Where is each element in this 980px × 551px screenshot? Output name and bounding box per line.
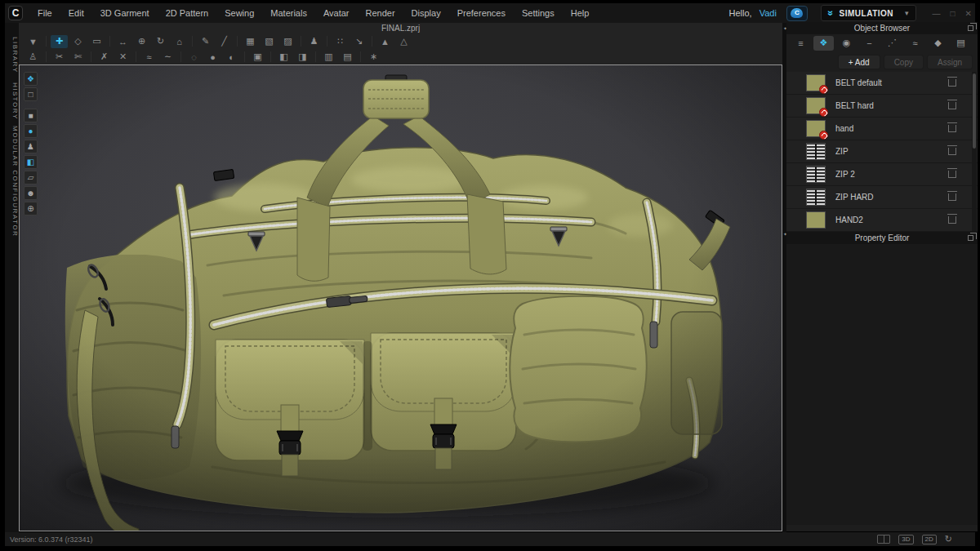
delete-icon[interactable] bbox=[948, 193, 956, 201]
pan-view-tool-icon[interactable]: ↔ bbox=[114, 35, 131, 48]
buttonhole-tab-icon[interactable]: − bbox=[859, 36, 880, 51]
simulation-button[interactable]: » SIMULATION ▾ bbox=[821, 5, 916, 21]
show-2d-pattern-icon[interactable]: □ bbox=[24, 87, 38, 101]
pattern-outline-tool-icon[interactable]: ▧ bbox=[261, 35, 278, 48]
menu-item-preferences[interactable]: Preferences bbox=[449, 3, 514, 23]
menu-item-avatar[interactable]: Avatar bbox=[315, 3, 358, 23]
sync-icon[interactable]: ↻ bbox=[945, 534, 952, 544]
arrangement-points-tool-icon[interactable]: ∷ bbox=[332, 35, 349, 48]
pattern-flip-tool-icon[interactable]: ▨ bbox=[279, 35, 296, 48]
fabric-book-icon[interactable]: ◧ bbox=[24, 155, 38, 169]
menu-item-display[interactable]: Display bbox=[403, 3, 449, 23]
menu-item-file[interactable]: File bbox=[29, 3, 60, 23]
free-sewing-tool-icon[interactable]: ∼ bbox=[159, 51, 176, 64]
fit-garment-tool-icon[interactable]: ▲ bbox=[376, 35, 394, 48]
puckering-tab-icon[interactable]: ≈ bbox=[905, 36, 925, 51]
menu-item-edit[interactable]: Edit bbox=[60, 3, 92, 23]
close-icon[interactable]: ✕ bbox=[965, 9, 972, 18]
delete-icon[interactable] bbox=[948, 171, 956, 178]
fabric-swatch-thumbnail bbox=[806, 97, 826, 114]
assign-button[interactable]: Assign bbox=[927, 55, 973, 69]
button-tab-icon[interactable]: ◉ bbox=[836, 36, 857, 51]
fabric-tab-icon[interactable]: ❖ bbox=[813, 36, 834, 51]
solidify-right-tool-icon[interactable]: ◨ bbox=[294, 51, 311, 64]
object-item-row[interactable]: BELT default bbox=[786, 72, 978, 95]
menu-item-2d-pattern[interactable]: 2D Pattern bbox=[158, 3, 217, 23]
object-item-row[interactable]: ZIP 2 bbox=[786, 163, 978, 186]
object-item-row[interactable]: BELT hard bbox=[786, 95, 978, 118]
menu-item-settings[interactable]: Settings bbox=[514, 3, 563, 23]
portrait-view-icon[interactable]: ☻ bbox=[24, 186, 38, 200]
delete-icon[interactable] bbox=[948, 125, 956, 132]
pen-tool-icon[interactable]: ✎ bbox=[197, 35, 214, 48]
solidify-left-tool-icon[interactable]: ◧ bbox=[275, 51, 292, 64]
walk-avatar-tool-icon[interactable]: ♙ bbox=[24, 51, 42, 64]
quilt-v-tool-icon[interactable]: ▤ bbox=[339, 51, 356, 64]
environment-globe-icon[interactable]: ⊕ bbox=[24, 202, 38, 216]
float-panel-icon[interactable] bbox=[968, 235, 973, 241]
object-item-row[interactable]: HAND2 bbox=[786, 209, 978, 232]
trim-tab-icon[interactable]: ◆ bbox=[928, 36, 948, 51]
delete-icon[interactable] bbox=[948, 79, 956, 87]
delete-icon[interactable] bbox=[948, 216, 956, 224]
show-3d-garment-icon[interactable]: ❖ bbox=[24, 72, 38, 86]
object-item-row[interactable]: hand bbox=[786, 118, 978, 140]
copy-button[interactable]: Copy bbox=[884, 55, 924, 69]
texture-sphere-icon[interactable]: ● bbox=[24, 124, 38, 138]
select-mesh-tool-icon[interactable]: ▦ bbox=[242, 35, 259, 48]
measure-tool-icon[interactable]: ↘ bbox=[350, 35, 368, 48]
zipper-tab-icon[interactable]: ▤ bbox=[951, 36, 971, 51]
dock-tab-history[interactable]: HISTORY bbox=[5, 80, 19, 122]
object-item-row[interactable]: ZIP bbox=[786, 140, 978, 163]
quilt-h-tool-icon[interactable]: ▥ bbox=[320, 51, 337, 64]
scrollbar-thumb[interactable] bbox=[973, 73, 976, 149]
float-panel-icon[interactable] bbox=[968, 25, 973, 31]
lock-pattern-tool-icon[interactable]: ▣ bbox=[249, 51, 266, 64]
garment-texture-icon[interactable]: ■ bbox=[24, 109, 38, 122]
split-view-icon[interactable] bbox=[877, 535, 890, 544]
cut-sew-tool-icon[interactable]: ✄ bbox=[69, 51, 87, 64]
transform-gizmo-tool-icon[interactable]: ◇ bbox=[69, 35, 87, 48]
menu-item-help[interactable]: Help bbox=[563, 3, 598, 23]
line-tool-icon[interactable]: ╱ bbox=[216, 35, 233, 48]
reset-view-tool-icon[interactable]: ⌂ bbox=[171, 35, 188, 48]
pin-tool-icon[interactable]: ● bbox=[204, 51, 221, 64]
flat-view-icon[interactable]: ▱ bbox=[24, 171, 38, 184]
fit-garment-alt-tool-icon[interactable]: △ bbox=[395, 35, 412, 48]
menu-item-materials[interactable]: Materials bbox=[262, 3, 315, 23]
toggle-2d-button[interactable]: 2D bbox=[922, 535, 937, 544]
delete-icon[interactable] bbox=[948, 148, 956, 155]
menu-item-3d-garment[interactable]: 3D Garment bbox=[92, 3, 158, 23]
symmetry-tool-icon[interactable]: ∗ bbox=[365, 51, 382, 64]
simulation-dropdown-icon[interactable]: ▾ bbox=[905, 9, 909, 17]
rotate-view-tool-icon[interactable]: ↻ bbox=[152, 35, 169, 48]
toggle-3d-button[interactable]: 3D bbox=[898, 535, 913, 544]
sewing-edit-tool-icon[interactable]: ✗ bbox=[96, 51, 113, 64]
scene-list-tab-icon[interactable]: ≡ bbox=[791, 36, 811, 51]
menu-item-render[interactable]: Render bbox=[358, 3, 403, 23]
avatar-tool-icon[interactable]: ♟ bbox=[305, 35, 323, 48]
move-tool-icon[interactable]: ✚ bbox=[51, 35, 68, 48]
delete-icon[interactable] bbox=[948, 102, 956, 109]
dock-tab-modular-configurator[interactable]: MODULAR CONFIGURATOR bbox=[5, 124, 19, 238]
add-button[interactable]: + Add bbox=[838, 55, 880, 69]
object-list-scrollbar[interactable] bbox=[972, 72, 977, 232]
zoom-view-tool-icon[interactable]: ⊕ bbox=[133, 35, 150, 48]
rect-select-tool-icon[interactable]: ▭ bbox=[88, 35, 105, 48]
detach-tool-icon[interactable]: ◌ bbox=[185, 51, 203, 64]
topstitch-tab-icon[interactable]: ⋰ bbox=[882, 36, 902, 51]
fold-tool-icon[interactable]: ◐ bbox=[223, 51, 240, 64]
sewing-free-tool-icon[interactable]: ✕ bbox=[114, 51, 131, 64]
username-link[interactable]: Vadi bbox=[760, 8, 777, 18]
segment-sewing-tool-icon[interactable]: ≈ bbox=[140, 51, 158, 64]
menu-item-sewing[interactable]: Sewing bbox=[216, 3, 262, 23]
3d-viewport[interactable]: ❖□■●♟◧▱☻⊕ bbox=[19, 64, 782, 531]
scissors-tool-icon[interactable]: ✂ bbox=[51, 51, 68, 64]
object-item-row[interactable]: ZIP HARD bbox=[786, 186, 978, 209]
minimize-icon[interactable]: — bbox=[933, 9, 941, 18]
gizmo-drop-tool-icon[interactable]: ▼ bbox=[24, 35, 42, 48]
restore-icon[interactable]: □ bbox=[951, 9, 956, 18]
cloud-button[interactable]: C bbox=[786, 6, 808, 21]
show-avatar-icon[interactable]: ♟ bbox=[24, 140, 38, 153]
dock-tab-library[interactable]: LIBRARY bbox=[5, 29, 19, 80]
